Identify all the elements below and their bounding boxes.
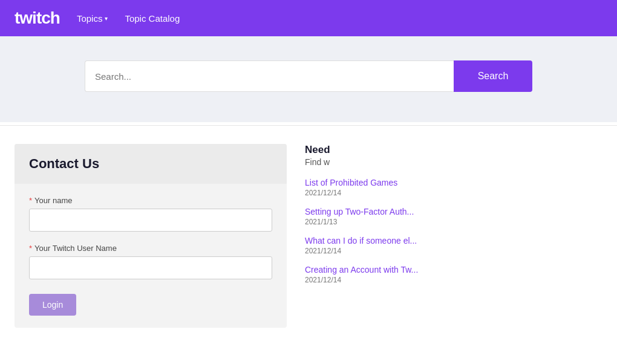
article-date-3: 2021/12/14	[305, 247, 602, 255]
twitch-username-label: * Your Twitch User Name	[29, 244, 272, 253]
form-group-username: * Your Twitch User Name	[29, 244, 272, 279]
sidebar-find-text: Find w	[305, 157, 602, 167]
your-name-label-text: Your name	[34, 196, 72, 205]
contact-title: Contact Us	[29, 156, 272, 172]
article-link-1[interactable]: List of Prohibited Games	[305, 178, 602, 187]
contact-card: Contact Us * Your name * Your Twitch Use…	[15, 144, 287, 328]
topics-nav-link[interactable]: Topics ▾	[77, 13, 108, 24]
topic-catalog-nav-link[interactable]: Topic Catalog	[125, 13, 180, 24]
list-item: Creating an Account with Tw... 2021/12/1…	[305, 265, 602, 284]
navbar: twitch Topics ▾ Topic Catalog	[0, 0, 617, 36]
main-content: Contact Us * Your name * Your Twitch Use…	[0, 126, 617, 346]
twitch-username-label-text: Your Twitch User Name	[34, 244, 117, 253]
list-item: Setting up Two-Factor Auth... 2021/1/13	[305, 207, 602, 226]
search-bar-container: Search	[85, 60, 532, 92]
form-group-name: * Your name	[29, 196, 272, 232]
sidebar: Need Find w List of Prohibited Games 202…	[305, 144, 602, 328]
your-name-label: * Your name	[29, 196, 272, 205]
article-link-4[interactable]: Creating an Account with Tw...	[305, 265, 602, 275]
login-button[interactable]: Login	[29, 294, 76, 316]
search-input[interactable]	[85, 60, 454, 92]
sidebar-need-help: Need	[305, 144, 602, 156]
article-link-3[interactable]: What can I do if someone el...	[305, 236, 602, 245]
site-logo[interactable]: twitch	[15, 8, 60, 28]
list-item: List of Prohibited Games 2021/12/14	[305, 178, 602, 197]
required-star-username: *	[29, 244, 32, 253]
contact-body: * Your name * Your Twitch User Name Logi…	[15, 184, 287, 328]
twitch-username-input[interactable]	[29, 256, 272, 279]
article-date-2: 2021/1/13	[305, 218, 602, 226]
your-name-input[interactable]	[29, 209, 272, 232]
search-button[interactable]: Search	[454, 60, 532, 92]
article-link-2[interactable]: Setting up Two-Factor Auth...	[305, 207, 602, 216]
required-star-name: *	[29, 196, 32, 205]
topics-label: Topics	[77, 13, 103, 24]
search-hero: Search	[0, 36, 617, 122]
article-date-1: 2021/12/14	[305, 189, 602, 197]
contact-header: Contact Us	[15, 144, 287, 184]
list-item: What can I do if someone el... 2021/12/1…	[305, 236, 602, 255]
article-date-4: 2021/12/14	[305, 276, 602, 284]
chevron-down-icon: ▾	[105, 15, 108, 22]
